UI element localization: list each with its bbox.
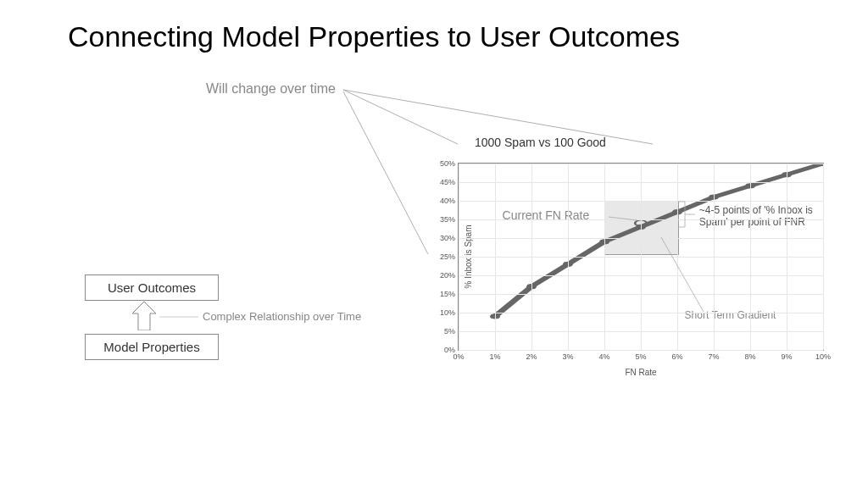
- svg-line-36: [661, 237, 704, 312]
- chart-connectors: [0, 0, 868, 488]
- svg-line-37: [609, 217, 637, 220]
